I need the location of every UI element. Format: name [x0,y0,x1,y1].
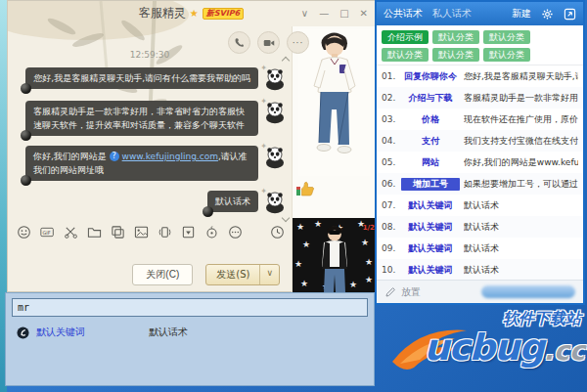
script-item[interactable]: 08. 默认关键词 默认话术 [377,216,583,238]
item-preview: 默认话术 [464,221,578,234]
item-preview: 客服精灵助手是一款非常好用，非 [464,92,578,105]
message-bubble[interactable]: 您好,我是客服精灵聊天助手,请问有什么需要我帮助的吗 ✦ [25,67,258,89]
tab-public-scripts[interactable]: 公共话术 [384,7,423,21]
item-number: 09. [382,243,401,253]
like-sticker-icon[interactable] [295,181,315,196]
multi-window-icon[interactable] [111,225,125,240]
send-label[interactable]: 发送(S) [206,265,259,284]
file-box-icon[interactable] [181,225,196,240]
footer-label[interactable]: 放置 [401,285,421,299]
category-tag[interactable]: 默认分类 [432,48,479,62]
maximize-icon[interactable]: □ [339,8,348,19]
category-tag[interactable]: 默认分类 [483,48,530,62]
keyword-result-row[interactable]: 默认关键词 默认话术 [17,326,374,339]
tab-private-scripts[interactable]: 私人话术 [432,7,472,21]
svg-text:★: ★ [302,240,310,249]
category-tag[interactable]: 默认分类 [432,30,479,44]
category-tag[interactable]: 默认分类 [483,30,530,44]
message-bubble[interactable]: 客服精灵助手是一款非常好用，非常省时省力的客服快速聊天软件，提升效率和对话质量，… [25,101,258,136]
settings-gear-icon[interactable] [541,8,554,21]
item-number: 03. [382,114,401,124]
close-icon[interactable]: ✕ [360,8,368,19]
new-script-button[interactable]: 新建 [512,7,531,21]
image-icon[interactable] [134,225,149,240]
item-number: 02. [382,93,401,103]
red-packet-icon[interactable] [204,225,219,240]
voice-call-button[interactable] [228,31,250,54]
screenshot-scissors-icon[interactable] [64,225,78,240]
svg-text:★: ★ [365,257,373,267]
message-text: 你好,我们的网站是 [33,152,110,161]
script-item[interactable]: 04. 支付 我们支持支付宝微信在线支付，也 [377,130,583,152]
float-window-icon[interactable] [564,8,576,21]
script-item[interactable]: 10. 默认关键词 默认话术 [377,259,583,280]
bubble-tail-icon [21,130,31,141]
matched-keyword[interactable]: 默认关键词 [36,326,85,339]
category-tag[interactable]: 默认分类 [382,48,429,62]
item-keyword: 介绍与下载 [401,92,460,105]
script-item[interactable]: 05. 网站 你好,我们的网站是www.kefujingl [377,152,583,173]
window-shake-icon[interactable] [158,225,172,240]
sparkle-icon: ✦ [260,62,267,75]
item-keyword: 默认关键词 [401,264,460,277]
script-panel: 公共话术 私人话术 新建 介绍示例 默认分类 默认分类 默认分类 默认分类 默认… [375,0,585,305]
item-preview: 如果想要增加工号，可以通过直接 [464,178,578,191]
photo-page-indicator: 1/2 [363,224,375,232]
keyword-search-input[interactable] [12,298,368,317]
message-text: 客服精灵助手是一款非常好用，非常省时省力的客服快速聊天软件，提升效率和对话质量，… [33,107,245,130]
svg-text:★: ★ [361,238,369,247]
message-history-icon[interactable] [270,225,285,240]
category-tags: 介绍示例 默认分类 默认分类 默认分类 默认分类 默认分类 默认关键词 &%%2… [377,25,583,65]
blurred-button [481,285,575,298]
pencil-icon [384,286,396,298]
chat-window: 客服精灵 ★ 新SVIP6 ∨ — □ ✕ ··· 12:59:30 [7,0,376,292]
sparkle-icon: ✦ [260,185,267,198]
watermark-brand: ucbug [424,327,544,369]
gif-icon[interactable]: GIF [40,225,55,240]
script-item[interactable]: 02. 介绍与下载 客服精灵助手是一款非常好用，非 [377,87,583,109]
svg-text:★: ★ [294,259,302,269]
collapse-icon[interactable]: ∨ [301,8,308,19]
script-item[interactable]: 09. 默认关键词 默认话术 [377,238,583,259]
close-button[interactable]: 关闭(C) [132,264,193,285]
script-item[interactable]: 03. 价格 现在软件还在推广使用，原价98元/ [377,109,583,130]
send-button[interactable]: 发送(S) ∨ [205,264,280,285]
script-item[interactable]: 06. 增加工号 如果想要增加工号，可以通过直接 [377,173,583,195]
message-bubble[interactable]: 你好,我们的网站是 ? www.kefujingling.com,请认准我们的网… [25,146,258,181]
item-preview: 我们支持支付宝微信在线支付，也 [464,135,578,148]
emoji-icon[interactable] [17,225,31,240]
minimize-icon[interactable]: — [319,8,329,19]
phone-icon [234,37,245,48]
svg-text:★: ★ [296,222,304,232]
keyword-search-popup: 默认关键词 默认话术 [5,292,375,386]
svg-text:★: ★ [314,219,322,229]
bubble-tail-icon [203,206,213,217]
qq-show-illustration [298,29,371,176]
camera-icon [263,38,275,48]
item-preview: 默认话术 [464,199,578,212]
more-actions-button[interactable]: ··· [287,31,309,54]
item-keyword: 支付 [401,135,460,148]
script-item[interactable]: 07. 默认关键词 默认话术 [377,195,583,216]
video-call-button[interactable] [257,31,280,54]
matched-phrase[interactable]: 默认话术 [149,326,188,339]
titlebar[interactable]: 客服精灵 ★ 新SVIP6 ∨ — □ ✕ [8,1,375,25]
more-tools-icon[interactable] [228,225,243,240]
website-link[interactable]: www.kefujingling.com [122,152,218,161]
watermark: 软件下载站 ucbug.cc [396,301,587,392]
bubble-tail-icon [21,83,31,94]
sparkle-icon: ✦ [260,95,267,109]
script-item[interactable]: 01. 回复你聊你今 您好,我是客服精灵聊天助手,请问有 [377,65,583,87]
send-file-folder-icon[interactable] [87,225,102,240]
help-icon: ? [110,152,119,161]
item-number: 04. [382,136,401,146]
message-bubble[interactable]: 默认话术 ✦ [207,191,258,212]
category-tag[interactable]: 介绍示例 [382,30,429,44]
send-options-chevron-icon[interactable]: ∨ [259,265,279,284]
svip-badge: 新SVIP6 [203,8,244,20]
item-number: 07. [382,200,401,210]
svg-text:GIF: GIF [43,230,51,236]
input-toolbar: GIF [17,225,285,240]
svg-text:★: ★ [365,275,373,284]
item-keyword: 价格 [401,113,460,126]
